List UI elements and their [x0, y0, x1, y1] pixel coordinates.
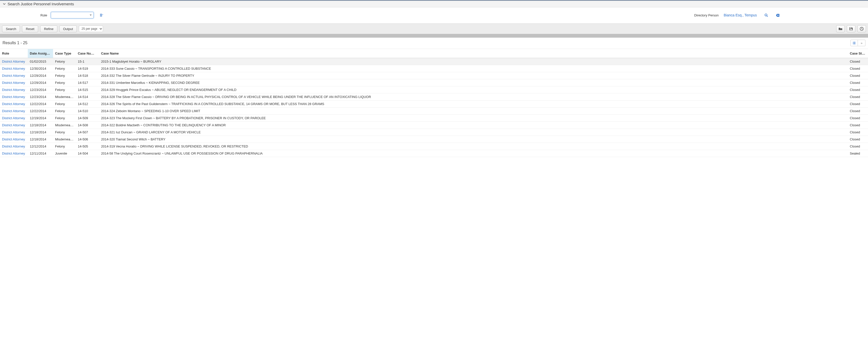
cell-type: Misdemeanor: [53, 136, 76, 143]
cell-num: 14-514: [76, 93, 99, 100]
search-icon[interactable]: [765, 13, 768, 17]
results-count: Results 1 - 25: [2, 41, 28, 45]
cell-date: 01/02/2015: [28, 58, 53, 65]
gear-icon[interactable]: [850, 40, 858, 46]
cell-role[interactable]: District Attorney: [0, 65, 28, 72]
cell-type: Felony: [53, 129, 76, 136]
folder-open-icon[interactable]: [836, 25, 845, 32]
history-icon[interactable]: [858, 25, 866, 32]
cell-status: Closed: [848, 143, 868, 150]
col-case-name[interactable]: Case Name: [99, 49, 848, 58]
cell-status: Closed: [848, 93, 868, 100]
cell-date: 12/22/2014: [28, 107, 53, 115]
cell-type: Felony: [53, 65, 76, 72]
cell-num: 14-512: [76, 100, 99, 107]
role-select[interactable]: [51, 12, 94, 19]
cell-role[interactable]: District Attorney: [0, 79, 28, 86]
table-row[interactable]: District Attorney12/22/2014Felony14-5122…: [0, 100, 868, 107]
cell-status: Closed: [848, 129, 868, 136]
panel-header: Search Justice Personnel Involvements: [0, 0, 868, 7]
table-row[interactable]: District Attorney12/19/2014Felony14-5092…: [0, 115, 868, 122]
reset-button[interactable]: Reset: [22, 26, 38, 32]
cell-status: Closed: [848, 86, 868, 93]
cell-status: Closed: [848, 72, 868, 79]
svg-line-18: [855, 44, 856, 44]
toolbar-right: [836, 25, 866, 32]
expand-icon[interactable]: »: [858, 40, 866, 46]
save-icon[interactable]: [847, 25, 856, 32]
cell-date: 12/11/2014: [28, 150, 53, 157]
svg-line-19: [853, 44, 854, 44]
svg-rect-0: [100, 14, 102, 14]
col-case-number[interactable]: Case Number: [76, 49, 99, 58]
directory-person-value[interactable]: Bianca Esq., Tempus: [724, 13, 757, 17]
cell-status: Closed: [848, 79, 868, 86]
action-toolbar: Search Reset Refine Output 25 per page: [0, 24, 868, 34]
table-row[interactable]: District Attorney01/02/2015Felony15-1201…: [0, 58, 868, 65]
cell-role[interactable]: District Attorney: [0, 115, 28, 122]
cell-role[interactable]: District Attorney: [0, 122, 28, 129]
cell-type: Misdemeanor: [53, 122, 76, 129]
table-row[interactable]: District Attorney12/22/2014Felony14-5102…: [0, 107, 868, 115]
svg-rect-8: [850, 29, 852, 30]
clear-icon[interactable]: [776, 13, 780, 17]
directory-person-group: Directory Person Bianca Esq., Tempus: [694, 13, 780, 17]
svg-rect-1: [100, 15, 102, 15]
cell-name: 2014-329 Hruggek Prince Escalus ~ ABUSE,…: [99, 86, 848, 93]
cell-status: Sealed: [848, 150, 868, 157]
separator: [0, 34, 868, 38]
col-case-type[interactable]: Case Type: [53, 49, 76, 58]
cell-date: 12/18/2014: [28, 136, 53, 143]
col-role[interactable]: Role: [0, 49, 28, 58]
output-button[interactable]: Output: [59, 26, 77, 32]
cell-num: 14-509: [76, 115, 99, 122]
role-options-icon[interactable]: [100, 13, 104, 17]
cell-role[interactable]: District Attorney: [0, 107, 28, 115]
search-form: Role Directory Person Bianca Esq., Tempu…: [0, 7, 868, 24]
svg-rect-7: [850, 28, 851, 29]
cell-role[interactable]: District Attorney: [0, 58, 28, 65]
table-row[interactable]: District Attorney12/12/2014Felony14-5052…: [0, 143, 868, 150]
cell-role[interactable]: District Attorney: [0, 150, 28, 157]
svg-line-4: [767, 15, 768, 17]
table-row[interactable]: District Attorney12/18/2014Misdemeanor14…: [0, 122, 868, 129]
cell-role[interactable]: District Attorney: [0, 72, 28, 79]
cell-type: Felony: [53, 143, 76, 150]
cell-role[interactable]: District Attorney: [0, 100, 28, 107]
svg-line-17: [853, 42, 854, 42]
cell-role[interactable]: District Attorney: [0, 86, 28, 93]
table-row[interactable]: District Attorney12/11/2014Juvenile14-50…: [0, 150, 868, 157]
col-date-assigned[interactable]: Date Assigned: [28, 49, 53, 58]
cell-name: 2014-328 The Silver Flame Cassio ~ DRIVI…: [99, 93, 848, 100]
cell-name: 2014-331 Umberlee Marcellus ~ KIDNAPPING…: [99, 79, 848, 86]
cell-status: Closed: [848, 58, 868, 65]
collapse-icon[interactable]: [2, 2, 6, 6]
cell-num: 14-517: [76, 79, 99, 86]
table-row[interactable]: District Attorney12/23/2014Felony14-5152…: [0, 86, 868, 93]
cell-date: 12/23/2014: [28, 86, 53, 93]
refine-button[interactable]: Refine: [40, 26, 57, 32]
col-case-status[interactable]: Case Status: [848, 49, 868, 58]
table-row[interactable]: District Attorney12/18/2014Felony14-5072…: [0, 129, 868, 136]
cell-role[interactable]: District Attorney: [0, 136, 28, 143]
cell-role[interactable]: District Attorney: [0, 143, 28, 150]
search-button[interactable]: Search: [2, 26, 20, 32]
table-row[interactable]: District Attorney12/29/2014Felony14-5182…: [0, 72, 868, 79]
cell-date: 12/29/2014: [28, 72, 53, 79]
table-row[interactable]: District Attorney12/18/2014Misdemeanor14…: [0, 136, 868, 143]
cell-role[interactable]: District Attorney: [0, 93, 28, 100]
cell-role[interactable]: District Attorney: [0, 129, 28, 136]
cell-date: 12/19/2014: [28, 115, 53, 122]
cell-num: 14-504: [76, 150, 99, 157]
table-row[interactable]: District Attorney12/29/2014Felony14-5172…: [0, 79, 868, 86]
cell-name: 2014-333 Sune Cassio ~ TRANSPORTING A CO…: [99, 65, 848, 72]
cell-name: 2014-58 The Undying Court Rosencrantz ~ …: [99, 150, 848, 157]
cell-type: Juvenile: [53, 150, 76, 157]
per-page-select[interactable]: 25 per page: [79, 26, 103, 32]
table-row[interactable]: District Attorney12/23/2014Misdemeanor14…: [0, 93, 868, 100]
table-row[interactable]: District Attorney12/30/2014Felony14-5192…: [0, 65, 868, 72]
directory-person-label: Directory Person: [694, 13, 719, 17]
cell-num: 14-507: [76, 129, 99, 136]
cell-name: 2014-319 Vecna Horatio ~ DRIVING WHILE L…: [99, 143, 848, 150]
cell-date: 12/18/2014: [28, 122, 53, 129]
